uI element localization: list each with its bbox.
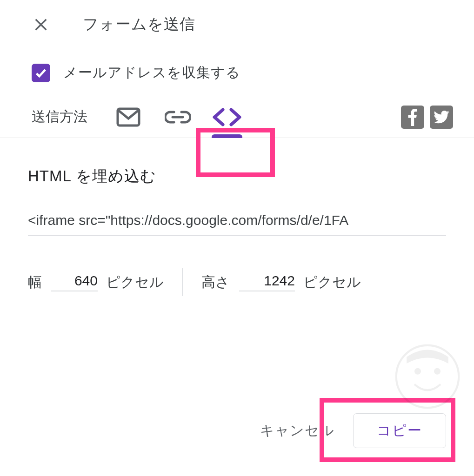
tab-email[interactable] [106, 96, 151, 138]
width-group: 幅 ピクセル [28, 273, 164, 292]
dialog-header: フォームを送信 [0, 0, 474, 49]
width-label: 幅 [28, 273, 42, 292]
height-input[interactable] [239, 273, 295, 291]
link-icon [165, 110, 191, 124]
embed-section: HTML を埋め込む <iframe src="https://docs.goo… [0, 138, 474, 296]
twitter-icon [434, 111, 449, 124]
close-icon [33, 17, 49, 33]
send-method-row: 送信方法 [0, 96, 474, 138]
width-unit: ピクセル [106, 273, 164, 292]
checkmark-icon [34, 66, 47, 79]
dialog-footer: キャンセル コピー [260, 413, 446, 448]
email-icon [116, 107, 140, 127]
dimension-divider [182, 268, 183, 296]
dialog-title: フォームを送信 [83, 14, 195, 35]
share-twitter-button[interactable] [430, 106, 453, 129]
embed-code-field[interactable]: <iframe src="https://docs.google.com/for… [28, 212, 446, 236]
tab-embed[interactable] [205, 96, 249, 138]
collect-email-label: メールアドレスを収集する [63, 63, 240, 82]
height-unit: ピクセル [303, 273, 361, 292]
collect-email-row: メールアドレスを収集する [0, 49, 474, 96]
facebook-icon [407, 108, 418, 126]
width-input[interactable] [51, 273, 98, 291]
share-facebook-button[interactable] [401, 106, 424, 129]
height-label: 高さ [201, 273, 230, 292]
embed-icon [211, 108, 243, 126]
send-method-label: 送信方法 [32, 107, 87, 126]
social-share [401, 106, 453, 129]
dimension-row: 幅 ピクセル 高さ ピクセル [28, 268, 446, 296]
watermark-face [395, 344, 460, 409]
svg-point-5 [414, 368, 421, 375]
embed-heading: HTML を埋め込む [28, 166, 446, 187]
cancel-button[interactable]: キャンセル [260, 421, 334, 440]
height-group: 高さ ピクセル [201, 273, 361, 292]
svg-point-4 [396, 345, 459, 408]
svg-point-6 [434, 368, 441, 375]
tab-link[interactable] [155, 96, 200, 138]
close-button[interactable] [32, 15, 50, 34]
collect-email-checkbox[interactable] [32, 64, 50, 82]
copy-button[interactable]: コピー [353, 413, 446, 448]
